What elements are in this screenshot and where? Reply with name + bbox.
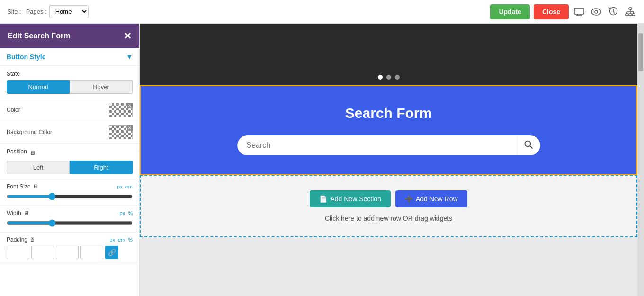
add-buttons-row: 📄 Add New Section ➕ Add New Row [310,190,467,207]
svg-rect-9 [632,14,635,16]
state-hover-button[interactable]: Hover [70,80,133,94]
add-new-section-button[interactable]: 📄 Add New Section [310,190,390,207]
font-size-monitor-icon: 🖥 [33,183,38,190]
add-hint-text: Click here to add new row OR drag widget… [325,215,452,222]
search-form-section: Search Form [140,85,637,175]
padding-bottom[interactable] [56,246,79,259]
history-icon[interactable] [607,5,620,18]
font-size-slider[interactable] [7,193,133,200]
hero-section [140,24,637,85]
sitemap-icon[interactable] [624,5,637,18]
search-form-title: Search Form [345,105,432,121]
font-size-section: Font Size 🖥 px em [0,179,139,206]
top-bar-actions: Update Close [490,4,637,19]
padding-section: Padding 🖥 px em % 🔗 [0,233,139,263]
width-units: px % [120,210,133,216]
search-submit-button[interactable] [517,135,540,155]
state-label: State [7,71,133,77]
panel-close-icon[interactable]: ✕ [124,30,132,42]
color-clear-icon[interactable]: ✕ [127,103,133,108]
color-swatch[interactable]: ✕ [109,103,133,117]
position-right-button[interactable]: Right [70,161,133,174]
eye-icon[interactable] [590,5,603,18]
left-panel: Edit Search Form ✕ Button Style ▼ State … [0,24,140,296]
add-row-icon: ➕ [405,195,413,203]
position-section: Position 🖥 Left Right [0,144,139,179]
bg-color-clear-icon[interactable]: ✕ [127,125,133,131]
pages-label: Pages : [26,8,47,15]
site-label: Site : [7,8,21,15]
svg-point-4 [591,9,601,15]
main-area: Search Form 📄 Add New Sectio [140,24,637,296]
width-pct[interactable]: % [128,210,133,216]
padding-top[interactable] [7,246,29,259]
font-size-px[interactable]: px [117,184,123,189]
padding-pct[interactable]: % [128,237,133,242]
position-left-button[interactable]: Left [7,161,70,174]
width-label: Width 🖥 [7,210,29,216]
pages-dropdown[interactable]: Home About Contact [49,5,89,18]
padding-monitor-icon: 🖥 [29,236,35,243]
hero-dot-2 [386,75,391,80]
pages-selector: Pages : Home About Contact [26,5,89,18]
padding-units: px em % [109,237,133,242]
state-section: State Normal Hover [0,66,139,99]
padding-left[interactable] [80,246,103,259]
position-monitor-icon: 🖥 [30,150,36,156]
width-monitor-icon: 🖥 [23,210,29,216]
add-new-row-button[interactable]: ➕ Add New Row [395,190,467,207]
padding-inputs: 🔗 [7,246,133,259]
dropdown-arrow-icon: ▼ [126,53,133,61]
desktop-icon[interactable] [572,5,586,18]
site-info: Site : Pages : Home About Contact [7,5,89,18]
add-section-area: 📄 Add New Section ➕ Add New Row Click he… [140,175,637,237]
close-button[interactable]: Close [534,4,569,19]
search-bar-wrapper [237,135,540,155]
add-section-icon: 📄 [319,195,327,203]
font-size-units: px em [117,184,133,189]
width-slider[interactable] [7,219,133,227]
svg-rect-7 [626,14,628,16]
update-button[interactable]: Update [490,4,529,19]
width-px[interactable]: px [120,210,125,216]
svg-rect-0 [574,8,584,14]
padding-right[interactable] [31,246,54,259]
font-size-label: Font Size 🖥 [7,183,38,190]
right-scrollbar[interactable] [637,24,644,296]
svg-line-16 [530,146,532,148]
svg-rect-8 [629,14,632,16]
button-style-label: Button Style [7,53,45,61]
font-size-em[interactable]: em [125,184,133,189]
padding-px[interactable]: px [109,237,115,242]
panel-title: Edit Search Form [8,32,70,40]
bg-color-label: Background Color [7,129,52,135]
hero-dot-1 [378,75,383,80]
width-section: Width 🖥 px % [0,206,139,233]
color-label: Color [7,107,20,113]
button-style-dropdown[interactable]: Button Style ▼ [0,48,139,66]
search-icon [524,140,533,152]
position-label: Position [7,148,27,155]
svg-rect-6 [629,8,632,9]
position-toggle: Left Right [7,161,133,174]
state-normal-button[interactable]: Normal [7,80,70,94]
search-input[interactable] [237,135,517,155]
scrollbar-thumb[interactable] [638,33,643,71]
state-toggle: Normal Hover [7,80,133,94]
hero-dot-3 [395,75,400,80]
bg-color-swatch[interactable]: ✕ [109,125,133,139]
padding-link-icon[interactable]: 🔗 [105,246,118,259]
svg-point-5 [595,10,598,13]
bg-color-row: Background Color ✕ [0,121,139,144]
padding-label: Padding 🖥 [7,236,35,243]
padding-em[interactable]: em [118,237,125,242]
top-bar: Site : Pages : Home About Contact Update… [0,0,644,24]
panel-header: Edit Search Form ✕ [0,24,139,48]
hero-dots [378,75,400,80]
color-row: Color ✕ [0,99,139,121]
main-layout: Edit Search Form ✕ Button Style ▼ State … [0,24,644,296]
